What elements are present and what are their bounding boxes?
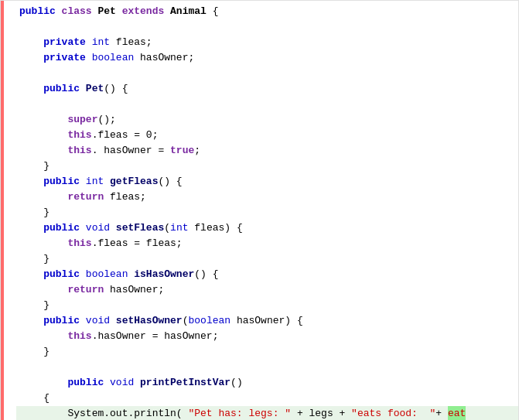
- code-line-25: public void printPetInstVar(): [16, 375, 518, 391]
- close-brace2: }: [43, 205, 50, 220]
- keyword-public6: public: [43, 313, 86, 329]
- keyword-public3: public: [43, 174, 86, 190]
- str-eats: "eats food: ": [351, 406, 435, 420]
- code-line-24: [16, 360, 518, 375]
- keyword-return2: return: [67, 282, 110, 298]
- keyword-public4: public: [43, 220, 86, 236]
- close-brace4: }: [43, 298, 50, 313]
- semicolon: ;: [194, 143, 200, 159]
- indent: [19, 50, 43, 66]
- system-out: System.out.println(: [67, 406, 188, 420]
- code-line-21: public void setHasOwner(boolean hasOwner…: [16, 313, 518, 329]
- code-line-14: }: [16, 205, 518, 220]
- dot-hasowner: . hasOwner =: [92, 143, 170, 159]
- indent: [19, 220, 43, 236]
- code-line-9: this.fleas = 0;: [16, 128, 518, 143]
- code-line-3: private int fleas;: [16, 35, 518, 50]
- this-fleas-assign: .fleas = fleas;: [92, 236, 183, 251]
- this-hasowner-assign: .hasOwner = hasOwner;: [92, 329, 219, 344]
- method-parens2: () {: [194, 267, 218, 282]
- code-line-4: private boolean hasOwner;: [16, 50, 518, 66]
- indent: [19, 143, 67, 159]
- keyword-this3: this: [67, 236, 91, 251]
- code-line-11: }: [16, 159, 518, 174]
- super-call: ();: [97, 112, 115, 128]
- code-line-17: }: [16, 251, 518, 267]
- param-type-int: int: [170, 220, 194, 236]
- code-line-23: }: [16, 344, 518, 360]
- keyword-private2: private: [43, 50, 91, 66]
- param-boolean: (: [183, 313, 189, 329]
- method-parens3: (): [230, 375, 243, 391]
- indent: [19, 298, 43, 313]
- paren: () {: [104, 81, 128, 97]
- str-eat-highlighted: eat: [448, 406, 466, 420]
- code-line-5: [16, 66, 518, 81]
- indent: [19, 406, 67, 420]
- indent: [19, 282, 67, 298]
- code-line-6: public Pet() {: [16, 81, 518, 97]
- indent: [19, 112, 67, 128]
- concat1: + legs +: [291, 406, 351, 420]
- code-line-13: return fleas;: [16, 190, 518, 205]
- code-line-19: return hasOwner;: [16, 282, 518, 298]
- class-name: Pet: [97, 4, 121, 19]
- close-brace5: }: [43, 344, 50, 360]
- keyword-this2: this: [67, 143, 91, 159]
- type-void2: void: [86, 313, 116, 329]
- close-brace: }: [43, 159, 50, 174]
- param-fleas: fleas) {: [194, 220, 242, 236]
- var-hasowner: hasOwner;: [140, 50, 194, 66]
- code-line-8: super();: [16, 112, 518, 128]
- keyword-this4: this: [67, 329, 91, 344]
- keyword-extends: extends: [122, 4, 170, 19]
- keyword-return: return: [67, 190, 110, 205]
- code-line-2: [16, 19, 518, 35]
- indent: [19, 35, 43, 50]
- code-line-10: this. hasOwner = true;: [16, 143, 518, 159]
- keyword-public7: public: [67, 375, 110, 391]
- method-getfleas: getFleas: [110, 174, 158, 190]
- indent: [19, 375, 67, 391]
- keyword-public2: public: [43, 81, 86, 97]
- param-hasowner: hasOwner) {: [237, 313, 303, 329]
- indent: [19, 251, 43, 267]
- close-brace3: }: [43, 251, 50, 267]
- code-editor[interactable]: public class Pet extends Animal { privat…: [0, 0, 519, 420]
- code-line-26: {: [16, 391, 518, 406]
- indent: [19, 81, 43, 97]
- keyword-this: this: [67, 128, 91, 143]
- code-line-7: [16, 97, 518, 112]
- code-line-16: this.fleas = fleas;: [16, 236, 518, 251]
- method-setfleas: setFleas: [116, 220, 164, 236]
- keyword-super: super: [67, 112, 97, 128]
- indent: [19, 267, 43, 282]
- constructor-pet: Pet: [86, 81, 104, 97]
- type-boolean2: boolean: [86, 267, 134, 282]
- indent: [19, 174, 43, 190]
- code-line-12: public int getFleas() {: [16, 174, 518, 190]
- type-void: void: [86, 220, 116, 236]
- dot-fleas: .fleas = 0;: [92, 128, 159, 143]
- str-pet-has: "Pet has: legs: ": [188, 406, 291, 420]
- indent: [19, 159, 43, 174]
- open-brace: {: [43, 391, 50, 406]
- indent: [19, 391, 43, 406]
- keyword-true: true: [170, 143, 194, 159]
- keyword-private: private: [43, 35, 91, 50]
- code-line-1: public class Pet extends Animal {: [16, 4, 518, 19]
- code-line-15: public void setFleas(int fleas) {: [16, 220, 518, 236]
- param-type-boolean: boolean: [188, 313, 236, 329]
- code-content: public class Pet extends Animal { privat…: [1, 1, 518, 420]
- type-boolean: boolean: [92, 50, 140, 66]
- code-line-22: this.hasOwner = hasOwner;: [16, 329, 518, 344]
- concat2: +: [435, 406, 448, 420]
- code-line-27: System.out.println( "Pet has: legs: " + …: [16, 406, 518, 420]
- keyword-public5: public: [43, 267, 86, 282]
- method-parens: () {: [158, 174, 182, 190]
- indent: [19, 205, 43, 220]
- return-hasowner: hasOwner;: [110, 282, 164, 298]
- type-int2: int: [86, 174, 110, 190]
- code-line-18: public boolean isHasOwner() {: [16, 267, 518, 282]
- keyword-public: public: [19, 4, 62, 19]
